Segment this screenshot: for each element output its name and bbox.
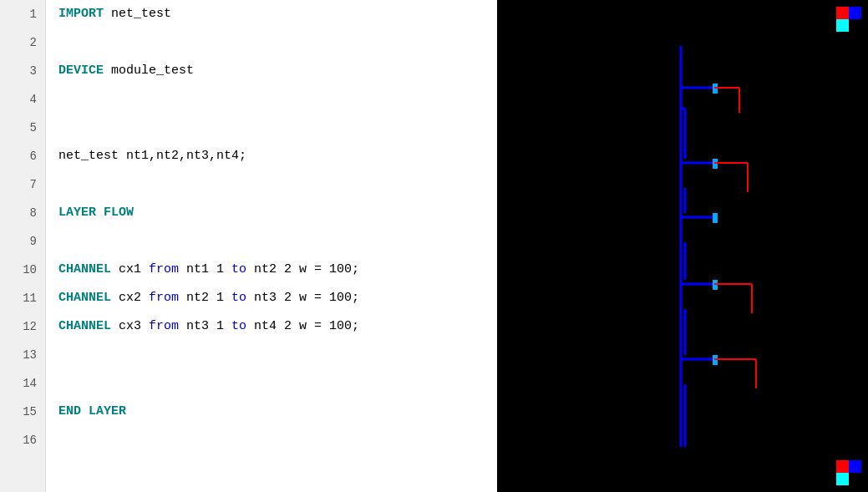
line-number-12: 12 xyxy=(23,312,37,341)
code-editor[interactable]: 12345678910111213141516 IMPORT net_test … xyxy=(0,0,497,492)
line-number-4: 4 xyxy=(30,85,37,114)
diagram-panel xyxy=(497,0,868,492)
code-line-10: CHANNEL cx1 from nt1 1 to nt2 2 w = 100; xyxy=(58,256,497,284)
code-line-15: END LAYER xyxy=(58,398,497,426)
code-line-14 xyxy=(58,369,497,398)
code-line-3: DEVICE module_test xyxy=(58,57,497,85)
line-number-3: 3 xyxy=(30,57,37,85)
code-line-7 xyxy=(58,170,497,199)
code-line-8: LAYER FLOW xyxy=(58,199,497,227)
line-number-5: 5 xyxy=(30,114,37,142)
code-line-12: CHANNEL cx3 from nt3 1 to nt4 2 w = 100; xyxy=(58,312,497,341)
code-line-11: CHANNEL cx2 from nt2 1 to nt3 2 w = 100; xyxy=(58,284,497,312)
line-numbers: 12345678910111213141516 xyxy=(0,0,46,492)
line-number-15: 15 xyxy=(23,398,37,426)
code-line-16 xyxy=(58,426,497,454)
line-number-14: 14 xyxy=(23,369,37,398)
line-number-6: 6 xyxy=(30,142,37,170)
code-line-2 xyxy=(58,28,497,57)
code-content: IMPORT net_test DEVICE module_test net_t… xyxy=(46,0,497,492)
line-number-2: 2 xyxy=(30,28,37,57)
line-number-9: 9 xyxy=(30,227,37,256)
line-number-10: 10 xyxy=(23,256,37,284)
network-diagram xyxy=(497,0,868,492)
code-line-1: IMPORT net_test xyxy=(58,0,497,28)
code-line-6: net_test nt1,nt2,nt3,nt4; xyxy=(58,142,497,170)
line-number-1: 1 xyxy=(30,0,37,28)
line-number-7: 7 xyxy=(30,170,37,199)
code-line-9 xyxy=(58,227,497,256)
code-line-5 xyxy=(58,114,497,142)
line-number-16: 16 xyxy=(23,426,37,454)
line-number-13: 13 xyxy=(23,341,37,369)
code-line-13 xyxy=(58,341,497,369)
line-number-8: 8 xyxy=(30,199,37,227)
line-number-11: 11 xyxy=(23,284,37,312)
code-line-4 xyxy=(58,85,497,114)
svg-rect-10 xyxy=(713,213,718,223)
